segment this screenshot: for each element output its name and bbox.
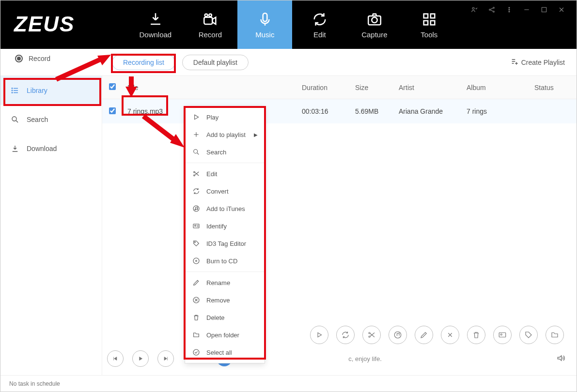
recording-list-label: Recording list	[123, 59, 164, 66]
ctx-delete-label: Delete	[206, 314, 225, 321]
volume-icon[interactable]	[556, 353, 567, 364]
sidebar-item-library[interactable]: Library	[0, 76, 102, 105]
search-small-icon	[192, 148, 201, 156]
row-checkbox[interactable]	[109, 107, 116, 114]
action-edit[interactable]	[362, 326, 381, 344]
ctx-burn[interactable]: Burn to CD	[185, 252, 265, 270]
sidebar-library-label: Library	[27, 87, 47, 94]
svg-point-22	[194, 150, 198, 153]
action-convert[interactable]	[336, 326, 355, 344]
search-icon	[10, 115, 20, 124]
col-duration[interactable]: Duration	[302, 84, 355, 91]
play-icon	[192, 113, 201, 121]
context-menu: Play Add to playlist▶ Search Edit Conver…	[185, 106, 265, 363]
sidebar-item-search[interactable]: Search	[0, 105, 102, 134]
ctx-add-itunes[interactable]: Add to iTunes	[185, 200, 265, 217]
top-navbar: ZEUS Download Record Music Edit Capture …	[0, 0, 577, 49]
ctx-remove[interactable]: Remove	[185, 291, 265, 309]
col-size[interactable]: Size	[355, 84, 399, 91]
trash-icon	[192, 313, 201, 322]
ctx-edit[interactable]: Edit	[185, 165, 265, 182]
nav-capture-label: Capture	[361, 30, 387, 39]
radio-icon	[15, 55, 23, 62]
nav-download[interactable]: Download	[128, 0, 183, 49]
ctx-open-folder[interactable]: Open folder	[185, 326, 265, 344]
convert-icon	[192, 187, 201, 196]
ctx-convert-label: Convert	[206, 188, 229, 195]
svg-point-1	[205, 14, 208, 16]
default-playlist-button[interactable]: Default playlist	[182, 55, 249, 70]
play-button[interactable]	[132, 350, 149, 367]
action-rename[interactable]	[415, 326, 433, 344]
sidebar-item-download[interactable]: Download	[0, 134, 102, 163]
ctx-search[interactable]: Search	[185, 143, 265, 161]
share-icon[interactable]	[487, 5, 496, 14]
minimize-button[interactable]	[522, 5, 531, 14]
recording-list-button[interactable]: Recording list	[112, 55, 175, 70]
svg-point-14	[509, 7, 510, 8]
ctx-rename[interactable]: Rename	[185, 274, 265, 291]
action-delete[interactable]	[467, 326, 485, 344]
app-logo: ZEUS	[0, 0, 89, 49]
record-option[interactable]: Record	[15, 55, 50, 62]
more-icon[interactable]	[505, 5, 514, 14]
ctx-convert[interactable]: Convert	[185, 182, 265, 200]
maximize-button[interactable]	[540, 5, 548, 14]
prev-button[interactable]	[107, 350, 124, 367]
col-file[interactable]: File	[127, 84, 302, 91]
col-artist[interactable]: Artist	[399, 84, 467, 91]
list-plus-icon	[511, 58, 518, 67]
svg-point-24	[194, 175, 195, 176]
window-controls	[470, 0, 577, 49]
create-playlist-button[interactable]: Create Playlist	[511, 58, 565, 67]
nav-edit[interactable]: Edit	[292, 0, 347, 49]
svg-point-18	[12, 88, 13, 89]
nav-tools[interactable]: Tools	[402, 0, 456, 49]
ctx-add-playlist-label: Add to playlist	[206, 131, 246, 138]
action-id3[interactable]	[519, 326, 538, 344]
svg-point-26	[195, 209, 196, 210]
svg-point-11	[489, 9, 491, 11]
header-checkbox[interactable]	[109, 83, 116, 90]
action-open-folder[interactable]	[546, 326, 564, 344]
col-album[interactable]: Album	[467, 84, 534, 91]
camera-icon	[366, 11, 383, 28]
ctx-play[interactable]: Play	[185, 108, 265, 126]
action-remove[interactable]	[441, 326, 459, 344]
svg-rect-17	[542, 7, 546, 12]
next-button[interactable]	[157, 350, 174, 367]
ctx-add-to-playlist[interactable]: Add to playlist▶	[185, 126, 265, 143]
pencil-icon	[192, 278, 201, 287]
col-status[interactable]: Status	[534, 84, 577, 91]
action-play[interactable]	[310, 326, 328, 344]
svg-point-42	[500, 334, 502, 335]
close-button[interactable]	[557, 5, 566, 14]
svg-point-5	[372, 17, 377, 22]
player-bar: c, enjoy life.	[107, 347, 567, 370]
nav-record-label: Record	[199, 30, 222, 39]
svg-point-39	[369, 336, 370, 337]
svg-point-29	[195, 225, 196, 226]
table-row[interactable]: 7 rings.mp3 00:03:16 5.69MB Ariana Grand…	[102, 99, 577, 123]
ctx-delete[interactable]: Delete	[185, 309, 265, 326]
ctx-select-all[interactable]: Select all	[185, 344, 265, 361]
ctx-identify[interactable]: Identify	[185, 217, 265, 235]
svg-point-34	[193, 349, 199, 355]
check-circle-icon	[192, 348, 201, 357]
refresh-icon	[312, 11, 328, 28]
nav-music[interactable]: Music	[237, 0, 292, 49]
action-identify[interactable]	[493, 326, 512, 344]
svg-point-25	[193, 206, 199, 211]
scissors-icon	[192, 169, 201, 178]
svg-rect-8	[424, 20, 428, 25]
nav-music-label: Music	[255, 30, 274, 39]
user-icon[interactable]	[470, 5, 479, 14]
action-add-itunes[interactable]	[389, 326, 407, 344]
remove-icon	[192, 296, 201, 304]
cell-size: 5.69MB	[355, 107, 399, 115]
apps-icon	[421, 11, 437, 28]
svg-rect-28	[193, 224, 199, 228]
ctx-id3[interactable]: ID3 Tag Editor	[185, 235, 265, 252]
nav-capture[interactable]: Capture	[347, 0, 402, 49]
nav-record[interactable]: Record	[183, 0, 237, 49]
